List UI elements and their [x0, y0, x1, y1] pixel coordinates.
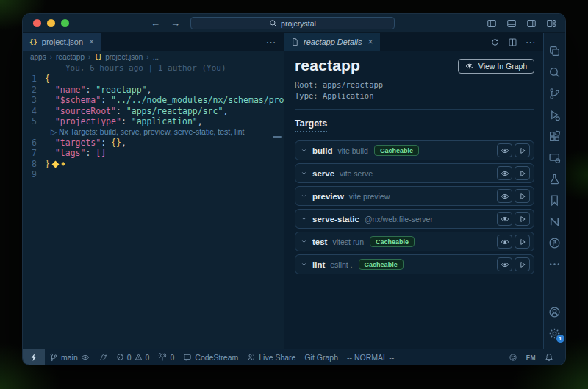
feedback-indicator[interactable]	[504, 353, 522, 362]
codestream-indicator[interactable]: CodeStream	[179, 349, 243, 365]
run-target-button[interactable]	[514, 143, 530, 157]
activity-search-icon[interactable]	[545, 62, 564, 83]
project-details-panel: reactapp View In Graph Root: apps/reacta…	[284, 51, 543, 277]
breadcrumb-item[interactable]: apps	[30, 53, 46, 61]
activity-remote-window-icon[interactable]	[545, 147, 564, 168]
vim-mode-indicator[interactable]: -- NORMAL --	[343, 349, 398, 365]
breadcrumb-item[interactable]: reactapp	[56, 53, 85, 61]
view-target-button[interactable]	[497, 257, 512, 271]
view-target-button[interactable]	[497, 189, 512, 203]
toggle-panel-icon[interactable]	[506, 18, 517, 29]
git-graph-indicator[interactable]: Git Graph	[300, 349, 343, 365]
codestream-label: CodeStream	[195, 353, 238, 362]
notifications-indicator[interactable]	[540, 353, 558, 362]
target-row-serve-static[interactable]: serve-static@nx/web:file-server	[295, 209, 534, 229]
code-line: 9	[23, 169, 284, 179]
eye-icon	[501, 215, 509, 224]
zoom-window-button[interactable]	[61, 19, 69, 27]
run-target-button[interactable]	[514, 166, 530, 180]
nx-codelens[interactable]: ▷ Nx Targets: build, serve, preview, ser…	[45, 126, 284, 137]
remote-indicator[interactable]	[23, 349, 45, 365]
run-target-button[interactable]	[514, 212, 530, 226]
formatter-indicator[interactable]: FM	[522, 354, 540, 361]
toggle-sidebar-right-icon[interactable]	[526, 18, 537, 29]
target-row-serve[interactable]: servevite serve	[295, 163, 534, 183]
editor-actions-more-icon[interactable]: ···	[526, 38, 536, 46]
activity-files-icon[interactable]	[545, 40, 564, 62]
run-debug-icon	[548, 109, 561, 121]
nav-forward-icon[interactable]: →	[171, 18, 180, 29]
code-editor[interactable]: You, 6 hours ago | 1 author (You)1{2 "na…	[23, 63, 284, 349]
search-icon	[548, 66, 561, 79]
refresh-icon[interactable]	[490, 38, 500, 47]
targets-list: buildvite buildCacheableservevite servep…	[295, 140, 534, 274]
target-row-build[interactable]: buildvite buildCacheable	[295, 140, 534, 160]
live-share-label: Live Share	[259, 353, 295, 362]
activity-run-debug-icon[interactable]	[545, 104, 564, 126]
tab-reactapp-details[interactable]: reactapp Details ×	[284, 33, 380, 51]
split-editor-icon[interactable]	[508, 38, 517, 47]
target-command: vite preview	[349, 192, 390, 201]
play-icon	[519, 215, 526, 223]
line-number: 8	[23, 159, 45, 169]
git-branch-indicator[interactable]: main	[45, 349, 94, 365]
close-window-button[interactable]	[33, 19, 41, 27]
bird-icon	[98, 353, 107, 362]
status-bar: main 0 0 0 CodeStream Live Share Git Gra…	[23, 349, 565, 365]
close-tab-icon[interactable]: ×	[89, 37, 94, 47]
editor-group-left: {} project.json × ··· apps›reactapp›{}pr…	[23, 33, 284, 349]
live-share-indicator[interactable]: Live Share	[243, 349, 300, 365]
run-target-button[interactable]	[514, 257, 530, 271]
breadcrumb: apps›reactapp›{}project.json›...	[23, 51, 284, 63]
tab-project-json[interactable]: {} project.json ×	[23, 33, 101, 51]
customize-layout-icon[interactable]	[546, 18, 556, 29]
breadcrumb-item[interactable]: ...	[153, 53, 159, 61]
activity-gear-icon[interactable]: 1	[545, 323, 564, 344]
problems-indicator[interactable]: 0 0	[112, 349, 154, 365]
code-line: 1{	[23, 74, 284, 84]
activity-account-icon[interactable]	[545, 301, 564, 323]
activity-nx-icon[interactable]	[545, 211, 564, 232]
target-row-lint[interactable]: linteslint .Cacheable	[295, 254, 534, 274]
activity-beaker-icon[interactable]	[545, 168, 564, 190]
titlebar: ← → projcrystal	[23, 14, 565, 33]
run-target-button[interactable]	[514, 189, 530, 203]
view-target-button[interactable]	[497, 212, 512, 226]
bird-indicator[interactable]	[94, 349, 112, 365]
activity-bookmark-icon[interactable]	[545, 190, 564, 211]
minimize-window-button[interactable]	[47, 19, 55, 27]
remote-window-icon	[548, 151, 561, 164]
git-graph-label: Git Graph	[304, 353, 338, 362]
target-row-preview[interactable]: previewvite preview	[295, 186, 534, 206]
more-icon	[548, 258, 561, 271]
eye-icon	[465, 62, 474, 71]
view-target-button[interactable]	[497, 143, 512, 157]
close-tab-icon[interactable]: ×	[368, 37, 373, 47]
breadcrumb-item[interactable]: {}project.json	[94, 53, 143, 61]
gear-badge: 1	[556, 335, 564, 343]
view-in-graph-button[interactable]: View In Graph	[458, 59, 534, 74]
overview-ruler-mark	[273, 136, 282, 138]
activity-more-icon[interactable]	[545, 254, 564, 275]
toggle-sidebar-left-icon[interactable]	[487, 18, 497, 29]
target-command: eslint .	[330, 260, 352, 269]
activity-extensions-icon[interactable]	[545, 126, 564, 147]
target-row-test[interactable]: testvitest runCacheable	[295, 232, 534, 251]
play-icon	[519, 170, 526, 177]
editor-actions-more-icon[interactable]: ···	[266, 38, 276, 46]
search-icon	[269, 19, 277, 27]
play-icon	[519, 261, 526, 268]
code-line: 4 "sourceRoot": "apps/reactapp/src",	[23, 106, 284, 116]
nav-back-icon[interactable]: ←	[151, 18, 160, 29]
run-target-button[interactable]	[514, 235, 530, 249]
view-target-button[interactable]	[497, 235, 512, 249]
lightning-icon	[29, 353, 38, 362]
view-target-button[interactable]	[497, 166, 512, 180]
ports-indicator[interactable]: 0	[154, 349, 179, 365]
line-number: 1	[23, 74, 45, 84]
view-in-graph-label: View In Graph	[478, 62, 527, 71]
error-icon	[116, 353, 124, 361]
activity-flag-circle-icon[interactable]	[545, 232, 564, 254]
activity-source-control-icon[interactable]	[545, 83, 564, 104]
command-center-search[interactable]: projcrystal	[190, 17, 395, 29]
